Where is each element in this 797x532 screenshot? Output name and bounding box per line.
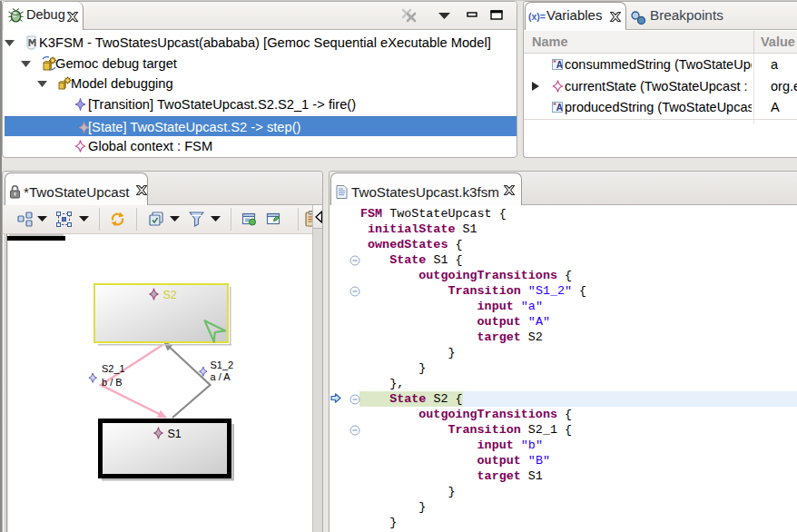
svg-text:S1: S1 (168, 428, 182, 440)
svg-text:A: A (556, 60, 563, 70)
svg-text:S2_1: S2_1 (102, 363, 125, 374)
svg-text:S2: S2 (163, 289, 177, 301)
svg-text:A: A (556, 103, 563, 113)
svg-text:S1_2: S1_2 (211, 360, 234, 370)
svg-text:a / A: a / A (211, 371, 231, 382)
svg-text:b / B: b / B (102, 377, 123, 388)
